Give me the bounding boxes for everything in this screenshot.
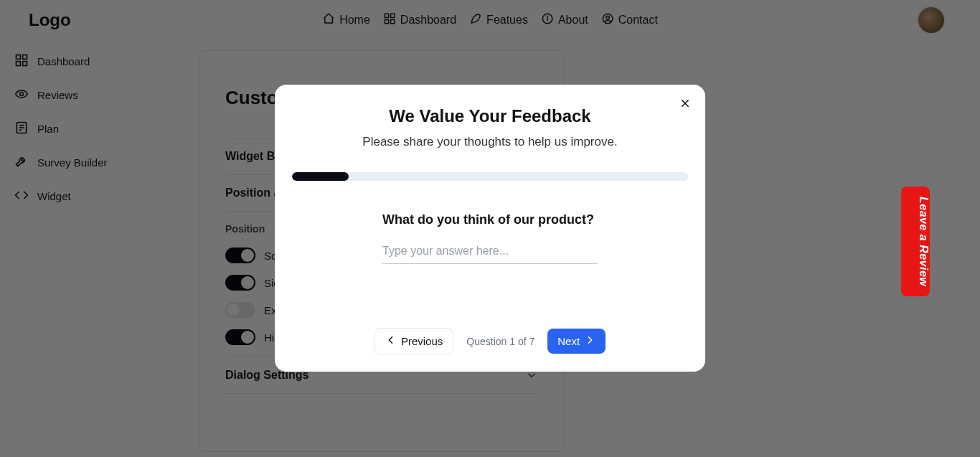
previous-button[interactable]: Previous — [374, 328, 453, 354]
question-block: What do you think of our product? — [275, 181, 705, 264]
dialog-footer: Previous Question 1 of 7 Next — [275, 328, 705, 354]
dialog-subtitle: Please share your thoughts to help us im… — [303, 135, 677, 149]
question-counter: Question 1 of 7 — [466, 336, 534, 347]
answer-input[interactable] — [382, 240, 598, 264]
close-icon — [679, 98, 691, 112]
progress-fill — [292, 172, 349, 181]
question-text: What do you think of our product? — [382, 212, 598, 227]
chevron-right-icon — [584, 334, 595, 348]
dialog-title: We Value Your Feedback — [303, 106, 677, 126]
progress-bar — [292, 172, 688, 181]
chevron-left-icon — [385, 334, 397, 348]
button-label: Previous — [401, 335, 443, 347]
side-tab-label: Leave a Review — [918, 197, 930, 286]
button-label: Next — [557, 335, 580, 347]
dialog-header: We Value Your Feedback Please share your… — [275, 85, 705, 158]
next-button[interactable]: Next — [547, 329, 606, 354]
close-button[interactable] — [677, 96, 694, 113]
leave-review-tab[interactable]: Leave a Review — [901, 187, 930, 296]
feedback-dialog: We Value Your Feedback Please share your… — [275, 85, 705, 372]
